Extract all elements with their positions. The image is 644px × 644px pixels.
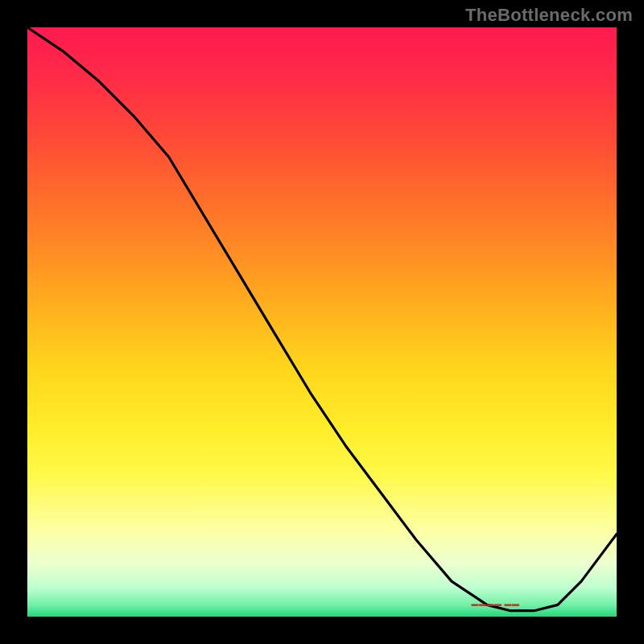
plot-area: ▬▬▬▬ ▬▬	[27, 27, 617, 617]
annotation-dash: ▬▬▬▬ ▬▬	[472, 600, 520, 608]
curve-line	[27, 27, 617, 611]
chart-frame: TheBottleneck.com ▬▬▬▬ ▬▬	[0, 0, 644, 644]
line-layer	[27, 27, 617, 617]
watermark-text: TheBottleneck.com	[465, 5, 633, 26]
